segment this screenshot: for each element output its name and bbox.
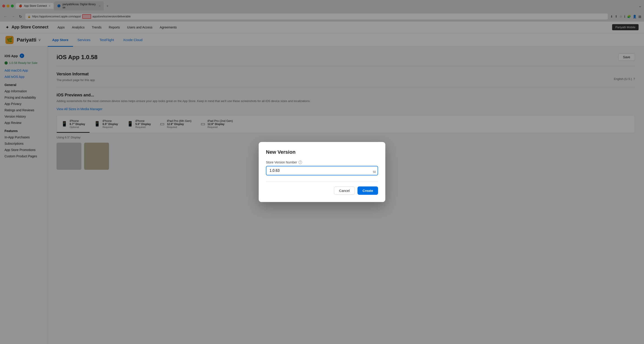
- modal-char-count: 58: [373, 171, 376, 173]
- modal-help-icon[interactable]: ?: [298, 161, 302, 164]
- modal-input-wrap: 58: [266, 166, 378, 175]
- modal-overlay[interactable]: New Version Store Version Number ? 58 Ca…: [0, 0, 644, 344]
- create-button[interactable]: Create: [358, 186, 378, 195]
- modal-field-label-text: Store Version Number: [266, 161, 297, 164]
- new-version-modal: New Version Store Version Number ? 58 Ca…: [259, 142, 385, 202]
- cancel-button[interactable]: Cancel: [334, 186, 355, 195]
- modal-divider: [266, 182, 378, 182]
- modal-field-label: Store Version Number ?: [266, 161, 378, 164]
- modal-title: New Version: [266, 149, 378, 155]
- version-number-input[interactable]: [266, 166, 378, 175]
- modal-actions: Cancel Create: [266, 186, 378, 195]
